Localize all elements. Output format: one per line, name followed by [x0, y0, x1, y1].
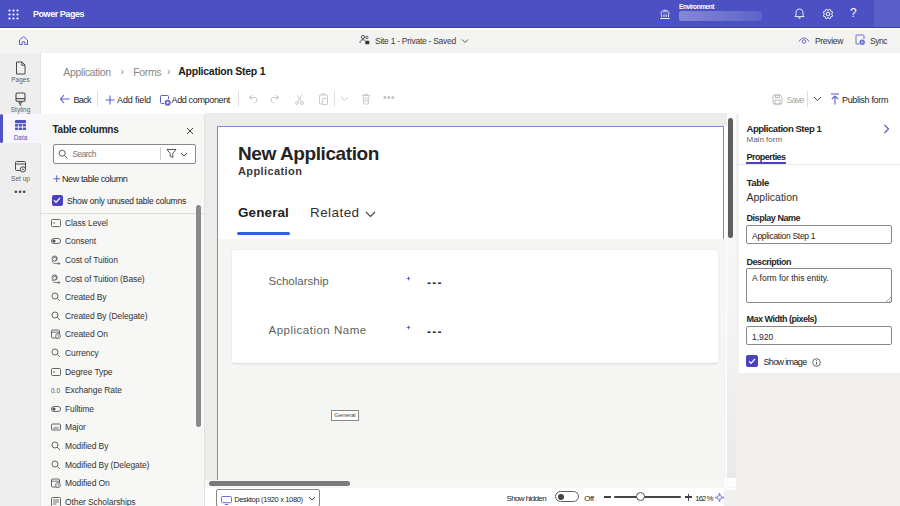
svg-text:0.0: 0.0: [51, 387, 60, 394]
svg-text:abl: abl: [53, 425, 59, 430]
